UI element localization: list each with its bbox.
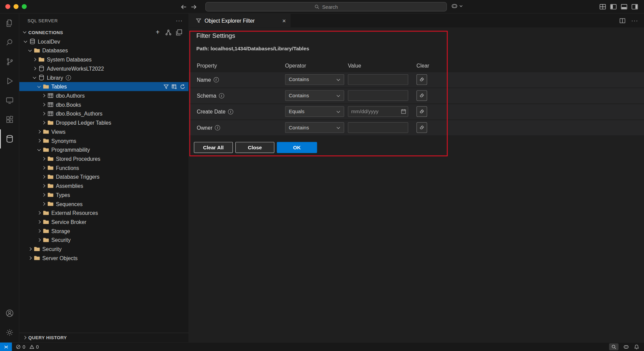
close-button[interactable]: Close — [235, 142, 274, 153]
minimize-window-button[interactable] — [14, 4, 19, 9]
activity-sql-server[interactable] — [0, 129, 19, 149]
tree-item[interactable]: Synonyms — [19, 136, 188, 145]
toggle-secondary-sidebar-button[interactable] — [631, 3, 638, 10]
tree-item[interactable]: System Databases — [19, 55, 188, 64]
tree-item-label: Sequences — [56, 201, 83, 207]
tree-item[interactable]: Stored Procedures — [19, 154, 188, 164]
toggle-primary-sidebar-button[interactable] — [610, 3, 617, 10]
tree-item[interactable]: Server Objects — [19, 253, 188, 262]
folder-icon — [34, 255, 40, 261]
tree-item[interactable]: LocalDev — [19, 37, 188, 46]
operator-select[interactable]: Contains — [285, 90, 344, 101]
chevron-icon — [36, 228, 43, 234]
copilot-menu-button[interactable] — [451, 2, 463, 9]
tree-item-label: Functions — [56, 165, 79, 171]
operator-select[interactable]: Contains — [285, 122, 344, 133]
operator-select[interactable]: Contains — [285, 74, 344, 85]
tree-item[interactable]: Programmability — [19, 145, 188, 154]
new-table-icon[interactable] — [171, 83, 177, 90]
tree-item[interactable]: dbo.Books — [19, 100, 188, 109]
tree-item-label: Database Triggers — [56, 174, 99, 180]
tree-item[interactable]: Tables — [19, 82, 188, 91]
maximize-window-button[interactable] — [22, 4, 27, 9]
connections-section-header[interactable]: CONNECTIONS + — [19, 27, 188, 37]
property-cell: Create Date i — [197, 104, 233, 119]
tree-item[interactable]: External Resources — [19, 208, 188, 218]
value-input[interactable] — [348, 122, 409, 133]
tree-item[interactable]: Assemblies — [19, 181, 188, 191]
server-icon — [29, 38, 36, 45]
activity-explorer[interactable] — [0, 14, 19, 33]
clear-filter-button[interactable] — [416, 122, 427, 133]
calendar-icon[interactable] — [401, 109, 406, 114]
tree-item[interactable]: dbo.Books_Authors — [19, 109, 188, 118]
query-history-section[interactable]: QUERY HISTORY — [19, 333, 188, 342]
editor-more-actions-button[interactable]: ··· — [631, 17, 638, 24]
tree-item[interactable]: Databases — [19, 46, 188, 55]
notifications-bell-icon[interactable] — [634, 344, 640, 350]
activity-source-control[interactable] — [0, 52, 19, 71]
titlebar: Search — [0, 0, 644, 14]
close-tab-button[interactable]: × — [282, 18, 286, 24]
folder-icon — [43, 137, 49, 144]
table-icon — [47, 92, 54, 99]
filter-icon[interactable] — [163, 83, 169, 90]
tree-item[interactable]: Dropped Ledger Tables — [19, 118, 188, 127]
chevron-icon — [32, 65, 38, 72]
tree-item[interactable]: Sequences — [19, 199, 188, 208]
split-editor-button[interactable] — [619, 18, 625, 24]
chevron-down-icon — [22, 29, 28, 35]
tree-item[interactable]: Database Triggers — [19, 172, 188, 181]
clear-filter-button[interactable] — [416, 106, 427, 117]
toggle-panel-button[interactable] — [621, 3, 628, 10]
value-input[interactable] — [348, 106, 409, 117]
value-input[interactable] — [348, 90, 409, 101]
chevron-icon — [41, 182, 47, 189]
chevron-icon — [41, 119, 47, 126]
clear-all-button[interactable]: Clear All — [194, 142, 233, 153]
chevron-icon — [36, 219, 43, 225]
tree-item[interactable]: Service Broker — [19, 218, 188, 227]
activity-settings[interactable] — [0, 323, 19, 342]
clear-filter-button[interactable] — [416, 90, 427, 101]
remote-indicator[interactable] — [0, 343, 12, 351]
filter-row: Name i Contains — [189, 72, 644, 87]
chevron-down-icon — [337, 126, 341, 130]
value-input[interactable] — [348, 74, 409, 85]
tab-object-explorer-filter[interactable]: Object Explorer Filter × — [189, 14, 291, 27]
forward-button[interactable] — [190, 3, 198, 11]
query-history-label: QUERY HISTORY — [28, 335, 67, 340]
refresh-icon[interactable] — [180, 83, 186, 90]
tree-item[interactable]: AdventureWorksLT2022 — [19, 64, 188, 73]
property-cell: Schema i — [197, 88, 224, 103]
tree-item[interactable]: Security — [19, 235, 188, 245]
activity-accounts[interactable] — [0, 304, 19, 323]
editor-area: Object Explorer Filter × ··· Filter Sett… — [189, 14, 644, 342]
activity-extensions[interactable] — [0, 110, 19, 129]
connection-groups-button[interactable] — [165, 28, 172, 36]
more-actions-button[interactable]: ··· — [176, 17, 183, 24]
tree-item[interactable]: Views — [19, 127, 188, 136]
search-box[interactable]: Search — [205, 2, 447, 11]
clear-filter-button[interactable] — [416, 74, 427, 85]
zoom-indicator[interactable] — [609, 343, 619, 350]
copilot-status-icon[interactable] — [623, 344, 629, 350]
activity-search[interactable] — [0, 33, 19, 52]
activity-run-debug[interactable] — [0, 71, 19, 91]
collapse-all-button[interactable] — [176, 28, 183, 36]
ok-button[interactable]: OK — [277, 142, 317, 153]
tree-item[interactable]: dbo.Authors — [19, 91, 188, 100]
customize-layout-button[interactable] — [599, 3, 606, 10]
tree-item[interactable]: Storage — [19, 226, 188, 235]
tree-item[interactable]: Library i — [19, 73, 188, 82]
operator-select[interactable]: Equals — [285, 106, 344, 117]
files-icon — [5, 19, 14, 28]
close-window-button[interactable] — [5, 4, 10, 9]
tree-item[interactable]: Types — [19, 190, 188, 199]
activity-remote-explorer[interactable] — [0, 91, 19, 110]
back-button[interactable] — [180, 3, 187, 11]
problems-status[interactable]: 0 0 — [12, 344, 41, 350]
tree-item[interactable]: Security — [19, 245, 188, 254]
add-connection-button[interactable]: + — [154, 28, 161, 36]
tree-item[interactable]: Functions — [19, 163, 188, 172]
